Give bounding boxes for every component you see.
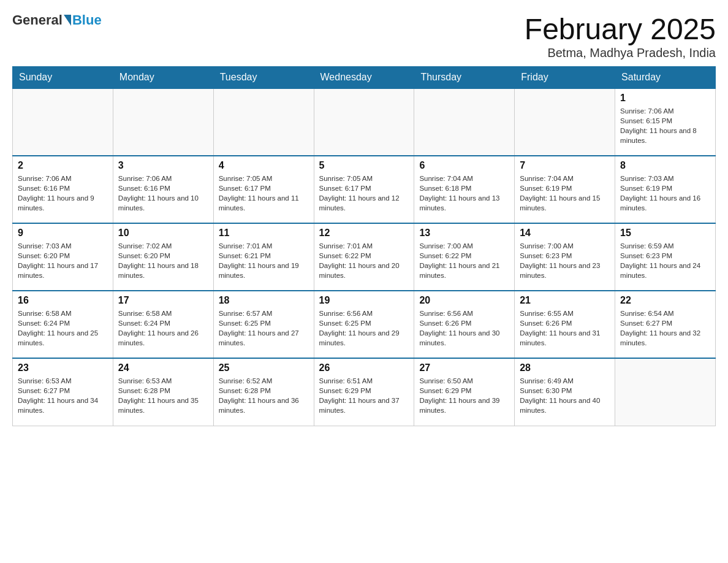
calendar-cell: 6Sunrise: 7:04 AMSunset: 6:18 PMDaylight… [414,156,515,223]
calendar-cell [13,88,113,156]
calendar-cell: 8Sunrise: 7:03 AMSunset: 6:19 PMDaylight… [615,156,716,223]
day-info: Sunrise: 7:04 AMSunset: 6:19 PMDaylight:… [520,174,610,213]
day-info: Sunrise: 7:03 AMSunset: 6:20 PMDaylight:… [18,241,108,280]
day-info: Sunrise: 7:06 AMSunset: 6:16 PMDaylight:… [118,174,208,213]
week-row-1: 1Sunrise: 7:06 AMSunset: 6:15 PMDaylight… [13,88,716,156]
header-sunday: Sunday [13,67,113,89]
calendar-cell: 25Sunrise: 6:52 AMSunset: 6:28 PMDayligh… [213,358,314,426]
calendar-cell: 23Sunrise: 6:53 AMSunset: 6:27 PMDayligh… [13,358,113,426]
header-friday: Friday [515,67,615,89]
day-number: 14 [520,228,610,239]
day-number: 19 [319,295,409,306]
day-number: 3 [118,160,208,171]
calendar-cell: 27Sunrise: 6:50 AMSunset: 6:29 PMDayligh… [414,358,515,426]
day-number: 9 [18,228,108,239]
day-info: Sunrise: 6:57 AMSunset: 6:25 PMDaylight:… [219,308,309,348]
header-wednesday: Wednesday [314,67,414,89]
week-row-5: 23Sunrise: 6:53 AMSunset: 6:27 PMDayligh… [13,358,716,426]
calendar-cell: 1Sunrise: 7:06 AMSunset: 6:15 PMDaylight… [615,88,716,156]
day-info: Sunrise: 6:53 AMSunset: 6:28 PMDaylight:… [118,376,208,415]
calendar-cell: 9Sunrise: 7:03 AMSunset: 6:20 PMDaylight… [13,223,113,291]
day-info: Sunrise: 6:50 AMSunset: 6:29 PMDaylight:… [419,376,509,415]
day-info: Sunrise: 6:49 AMSunset: 6:30 PMDaylight:… [520,376,610,415]
day-number: 2 [18,160,108,171]
day-number: 25 [219,362,309,373]
calendar-cell: 2Sunrise: 7:06 AMSunset: 6:16 PMDaylight… [13,156,113,223]
calendar-cell [213,88,314,156]
logo-triangle-icon [64,15,71,26]
day-number: 26 [319,362,409,373]
calendar-cell: 11Sunrise: 7:01 AMSunset: 6:21 PMDayligh… [213,223,314,291]
logo: General Blue [12,12,102,28]
header-thursday: Thursday [414,67,515,89]
logo-general-text: General [12,12,63,28]
day-info: Sunrise: 7:02 AMSunset: 6:20 PMDaylight:… [118,241,208,280]
calendar-cell: 10Sunrise: 7:02 AMSunset: 6:20 PMDayligh… [113,223,213,291]
calendar-cell: 7Sunrise: 7:04 AMSunset: 6:19 PMDaylight… [515,156,615,223]
day-info: Sunrise: 6:51 AMSunset: 6:29 PMDaylight:… [319,376,409,415]
week-row-2: 2Sunrise: 7:06 AMSunset: 6:16 PMDaylight… [13,156,716,223]
page-header: General Blue February 2025 Betma, Madhya… [12,12,716,60]
calendar-cell: 18Sunrise: 6:57 AMSunset: 6:25 PMDayligh… [213,291,314,358]
day-number: 28 [520,362,610,373]
title-block: February 2025 Betma, Madhya Pradesh, Ind… [525,12,716,60]
day-number: 5 [319,160,409,171]
calendar-cell: 28Sunrise: 6:49 AMSunset: 6:30 PMDayligh… [515,358,615,426]
day-number: 23 [18,362,108,373]
day-info: Sunrise: 7:00 AMSunset: 6:22 PMDaylight:… [419,241,509,280]
calendar-cell: 19Sunrise: 6:56 AMSunset: 6:25 PMDayligh… [314,291,414,358]
calendar-cell: 24Sunrise: 6:53 AMSunset: 6:28 PMDayligh… [113,358,213,426]
calendar-cell: 12Sunrise: 7:01 AMSunset: 6:22 PMDayligh… [314,223,414,291]
day-number: 15 [620,228,710,239]
day-number: 12 [319,228,409,239]
day-number: 20 [419,295,509,306]
calendar-cell [314,88,414,156]
calendar-cell: 15Sunrise: 6:59 AMSunset: 6:23 PMDayligh… [615,223,716,291]
day-number: 17 [118,295,208,306]
day-info: Sunrise: 6:56 AMSunset: 6:26 PMDaylight:… [419,308,509,348]
day-number: 8 [620,160,710,171]
calendar-cell: 17Sunrise: 6:58 AMSunset: 6:24 PMDayligh… [113,291,213,358]
calendar-table: Sunday Monday Tuesday Wednesday Thursday… [12,66,716,426]
day-number: 16 [18,295,108,306]
day-info: Sunrise: 7:01 AMSunset: 6:22 PMDaylight:… [319,241,409,280]
week-row-4: 16Sunrise: 6:58 AMSunset: 6:24 PMDayligh… [13,291,716,358]
day-info: Sunrise: 7:01 AMSunset: 6:21 PMDaylight:… [219,241,309,280]
calendar-cell: 4Sunrise: 7:05 AMSunset: 6:17 PMDaylight… [213,156,314,223]
calendar-cell [615,358,716,426]
day-number: 22 [620,295,710,306]
header-monday: Monday [113,67,213,89]
calendar-cell: 20Sunrise: 6:56 AMSunset: 6:26 PMDayligh… [414,291,515,358]
calendar-cell: 26Sunrise: 6:51 AMSunset: 6:29 PMDayligh… [314,358,414,426]
day-info: Sunrise: 7:05 AMSunset: 6:17 PMDaylight:… [319,174,409,213]
header-saturday: Saturday [615,67,716,89]
location-subtitle: Betma, Madhya Pradesh, India [525,46,716,60]
day-number: 11 [219,228,309,239]
day-info: Sunrise: 6:54 AMSunset: 6:27 PMDaylight:… [620,308,710,348]
day-info: Sunrise: 7:04 AMSunset: 6:18 PMDaylight:… [419,174,509,213]
calendar-cell [113,88,213,156]
calendar-cell: 21Sunrise: 6:55 AMSunset: 6:26 PMDayligh… [515,291,615,358]
day-number: 10 [118,228,208,239]
day-number: 18 [219,295,309,306]
week-row-3: 9Sunrise: 7:03 AMSunset: 6:20 PMDaylight… [13,223,716,291]
calendar-cell [414,88,515,156]
day-info: Sunrise: 6:52 AMSunset: 6:28 PMDaylight:… [219,376,309,415]
day-info: Sunrise: 7:06 AMSunset: 6:15 PMDaylight:… [620,106,710,145]
weekday-header-row: Sunday Monday Tuesday Wednesday Thursday… [13,67,716,89]
header-tuesday: Tuesday [213,67,314,89]
day-info: Sunrise: 7:05 AMSunset: 6:17 PMDaylight:… [219,174,309,213]
day-number: 1 [620,93,710,104]
calendar-cell: 5Sunrise: 7:05 AMSunset: 6:17 PMDaylight… [314,156,414,223]
day-info: Sunrise: 6:55 AMSunset: 6:26 PMDaylight:… [520,308,610,348]
day-number: 24 [118,362,208,373]
calendar-cell: 3Sunrise: 7:06 AMSunset: 6:16 PMDaylight… [113,156,213,223]
day-info: Sunrise: 6:58 AMSunset: 6:24 PMDaylight:… [118,308,208,348]
calendar-cell: 13Sunrise: 7:00 AMSunset: 6:22 PMDayligh… [414,223,515,291]
day-info: Sunrise: 6:56 AMSunset: 6:25 PMDaylight:… [319,308,409,348]
day-number: 7 [520,160,610,171]
calendar-cell: 14Sunrise: 7:00 AMSunset: 6:23 PMDayligh… [515,223,615,291]
day-number: 27 [419,362,509,373]
day-info: Sunrise: 7:03 AMSunset: 6:19 PMDaylight:… [620,174,710,213]
day-info: Sunrise: 6:59 AMSunset: 6:23 PMDaylight:… [620,241,710,280]
